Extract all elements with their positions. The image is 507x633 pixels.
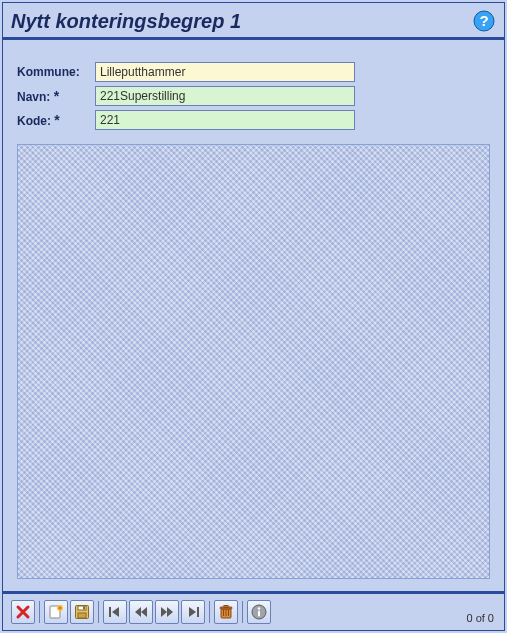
window: Nytt konteringsbegrep 1 ? Kommune: Navn: (2, 2, 505, 631)
nav-next-button[interactable] (155, 600, 179, 624)
svg-rect-8 (109, 607, 111, 617)
nav-next-icon (159, 604, 175, 620)
info-icon (251, 604, 267, 620)
new-button[interactable] (44, 600, 68, 624)
svg-rect-21 (258, 611, 260, 617)
svg-marker-12 (161, 607, 167, 617)
separator (209, 601, 210, 623)
form-rows: Kommune: Navn: * Kode: * (17, 58, 490, 134)
label-kommune: Kommune: (17, 62, 95, 82)
label-navn: Navn: * (17, 86, 95, 106)
svg-rect-15 (197, 607, 199, 617)
separator (98, 601, 99, 623)
svg-marker-11 (141, 607, 147, 617)
help-icon[interactable]: ? (472, 9, 496, 33)
detail-panel (17, 144, 490, 579)
x-red-icon (15, 604, 31, 620)
svg-rect-6 (78, 613, 86, 618)
nav-prev-button[interactable] (129, 600, 153, 624)
new-icon (48, 604, 64, 620)
floppy-icon (74, 604, 90, 620)
delete-button[interactable] (214, 600, 238, 624)
row-kommune: Kommune: (17, 62, 490, 82)
titlebar: Nytt konteringsbegrep 1 ? (3, 3, 504, 40)
svg-marker-9 (112, 607, 119, 617)
svg-rect-7 (83, 607, 85, 610)
label-navn-text: Navn: (17, 90, 50, 104)
info-button[interactable] (247, 600, 271, 624)
navn-field[interactable] (95, 86, 355, 106)
label-kode-text: Kode: (17, 114, 51, 128)
kode-field[interactable] (95, 110, 355, 130)
save-button[interactable] (70, 600, 94, 624)
svg-marker-13 (167, 607, 173, 617)
separator (242, 601, 243, 623)
form-area: Kommune: Navn: * Kode: * (3, 40, 504, 594)
separator (39, 601, 40, 623)
svg-point-20 (258, 607, 260, 609)
required-mark: * (54, 112, 59, 128)
svg-rect-18 (224, 606, 228, 608)
trash-icon (218, 604, 234, 620)
nav-first-icon (107, 604, 123, 620)
label-kommune-text: Kommune: (17, 65, 80, 79)
svg-text:?: ? (479, 12, 488, 29)
row-navn: Navn: * (17, 86, 490, 106)
record-counter: 0 of 0 (466, 612, 494, 624)
nav-first-button[interactable] (103, 600, 127, 624)
required-mark: * (54, 88, 59, 104)
kommune-field[interactable] (95, 62, 355, 82)
toolbar: 0 of 0 (3, 594, 504, 630)
nav-last-icon (185, 604, 201, 620)
label-kode: Kode: * (17, 110, 95, 130)
cancel-button[interactable] (11, 600, 35, 624)
svg-marker-10 (135, 607, 141, 617)
nav-prev-icon (133, 604, 149, 620)
nav-last-button[interactable] (181, 600, 205, 624)
svg-marker-14 (189, 607, 196, 617)
page-title: Nytt konteringsbegrep 1 (11, 10, 241, 33)
row-kode: Kode: * (17, 110, 490, 130)
